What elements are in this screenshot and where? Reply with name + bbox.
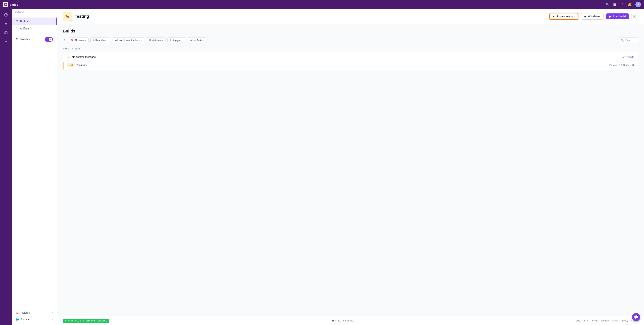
footer-link-pricing[interactable]: Pricing [591,320,598,322]
watching-label: Watching [20,38,43,41]
source-label: Source [21,318,29,321]
top-navigation: bitrise 🔍 ⊞ ❓ 🔔 A [0,0,644,9]
bell-icon[interactable]: 🔔 [628,2,632,6]
sidebar-icon-settings[interactable] [2,20,10,28]
svg-point-2 [6,23,6,24]
chevron-down-icon-artifacts: ▾ [203,39,204,42]
build-group: ◎ No commit message ↺ Rebuild ↑ lof [63,52,638,70]
chat-button[interactable]: 💬 [632,313,640,321]
filter-branches[interactable]: All branches ▾ [90,37,111,43]
chat-icon: 💬 [634,315,638,320]
filter-statuses-label: All statuses [148,39,161,42]
source-icon: 🌐 [16,318,19,321]
footer-link-terms[interactable]: Terms [612,320,618,322]
main-layout: Bitrise CI › ⊡ Builds ⬇ Artifacts 👁 Watc… [0,9,644,325]
schedule-build-button[interactable]: 🕐 [631,13,638,20]
rebuild-label: Rebuild [626,56,634,58]
play-icon: ▶ [609,15,611,18]
footer-link-api[interactable]: API [584,320,588,322]
build-number: #1 [632,64,634,66]
secondary-sidebar: Bitrise CI › ⊡ Builds ⬇ Artifacts 👁 Watc… [12,9,57,325]
nav-item-artifacts[interactable]: ⬇ Artifacts [12,25,56,32]
sidebar-footer: 📊 Insights ↗ 🌐 Source ↗ [12,307,56,325]
source-external-icon: ↗ [51,318,53,321]
footer-link-security[interactable]: Security [600,320,608,322]
project-avatar-badge: ⚙ [70,19,72,22]
workflows-button[interactable]: ⊞ Workflows [581,13,604,19]
build-pipeline: primary [80,64,87,66]
nav-item-builds[interactable]: ⊡ Builds [12,17,56,25]
footer-center: 💻 © 2024 Bitrise Ltd. [109,320,576,322]
clock-icon-build: 🕐 [609,64,612,66]
build-commit-message: No commit message [72,55,620,58]
filter-triggers[interactable]: All triggers ▾ [167,37,186,43]
branch-arrow-icon: ↑ [69,64,70,66]
filter-artifacts-label: All artifacts [190,39,202,42]
build-time: 🕐 May 17, 3:13pm [609,64,629,66]
nav-item-builds-label: Builds [20,20,28,23]
sidebar-icon-apps[interactable] [2,11,10,19]
eye-icon: 👁 [16,38,19,41]
filter-triggers-label: All triggers [170,39,181,42]
status-badge: STATUS: ALL SYSTEMS OPERATIONAL [63,319,109,323]
project-header: Tg ⚙ Testing ⚙ Project settings ⊞ Workfl… [57,9,644,24]
artifacts-icon: ⬇ [16,27,18,30]
clock-icon: 🕐 [633,15,636,18]
build-branch-badge: ↑ lof [67,63,74,67]
workflows-label: Workflows [588,15,600,18]
build-time-value: May 17, 3:13pm [612,64,629,66]
footer-nav-insights[interactable]: 📊 Insights ↗ [12,309,56,316]
search-icon[interactable]: 🔍 [605,2,610,6]
filter-dates-label: All dates [75,39,84,42]
footer-link-privacy[interactable]: Privacy [621,320,628,322]
build-status-icon: ◎ [67,55,70,59]
start-build-button[interactable]: ▶ Start build [606,13,629,19]
filter-artifacts[interactable]: All artifacts ▾ [188,37,207,43]
build-meta: 🕐 May 17, 3:13pm #1 [609,64,634,66]
watching-row: 👁 Watching ✕ [12,35,56,43]
rebuild-button[interactable]: ↺ Rebuild [623,56,634,58]
project-avatar: Tg ⚙ [63,12,72,21]
nav-item-artifacts-label: Artifacts [20,27,30,30]
filter-statuses[interactable]: All statuses ▾ [146,37,166,43]
help-icon[interactable]: ❓ [620,2,624,6]
chevron-down-icon-triggers: ▾ [182,39,184,42]
header-actions: ⚙ Project settings ⊞ Workflows ▶ Start b… [549,13,638,20]
logo-icon [3,2,8,7]
clear-filters-button[interactable]: ≡ [63,37,66,43]
project-settings-button[interactable]: ⚙ Project settings [549,13,579,20]
footer-copyright: © 2024 Bitrise Ltd. [335,320,354,322]
footer-links: Docs API Pricing Security Terms Privacy … [576,320,638,322]
page-title: Builds [63,29,638,33]
sidebar-icon-list[interactable] [2,29,10,36]
sidebar-icon-chart[interactable] [2,38,10,45]
build-sub-row: ↑ lof ⊡ primary 🕐 May 17, 3:13pm [63,62,638,70]
app-name: bitrise [10,3,18,6]
filter-workflows[interactable]: All workflows/pipelines ▾ [113,37,144,43]
search-box[interactable]: 🔍 Search... [618,37,638,43]
rebuild-icon: ↺ [623,56,625,58]
breadcrumb-separator: › [25,10,26,13]
build-item[interactable]: ◎ No commit message ↺ Rebuild [63,52,638,62]
gear-icon: ⚙ [553,15,556,18]
build-branch: lof [70,64,73,66]
breadcrumb-link[interactable]: Bitrise CI [15,10,24,13]
footer-nav-source[interactable]: 🌐 Source ↗ [12,316,56,323]
avatar[interactable]: A [636,2,641,7]
chevron-down-icon-workflows: ▾ [141,39,142,42]
filter-dates[interactable]: 📅 All dates ▾ [68,37,89,43]
footer-link-docs[interactable]: Docs [576,320,581,322]
topnav-actions: 🔍 ⊞ ❓ 🔔 A [605,2,641,7]
secondary-nav: ⊡ Builds ⬇ Artifacts 👁 Watching ✕ [12,14,56,307]
app-logo[interactable]: bitrise [3,2,605,7]
pipeline-icon: ⊡ [77,64,79,66]
search-icon-filter: 🔍 [621,39,624,42]
start-build-label: Start build [613,15,626,18]
watching-toggle[interactable]: ✕ [45,37,53,42]
page-content: Builds ≡ 📅 All dates ▾ All branches ▾ Al… [57,24,644,316]
build-pipeline-badge: ⊡ primary [77,64,87,66]
sidebar-divider [15,33,54,34]
grid-icon[interactable]: ⊞ [613,2,616,6]
chevron-down-icon-branches: ▾ [108,39,108,42]
filter-branches-label: All branches [93,39,106,42]
